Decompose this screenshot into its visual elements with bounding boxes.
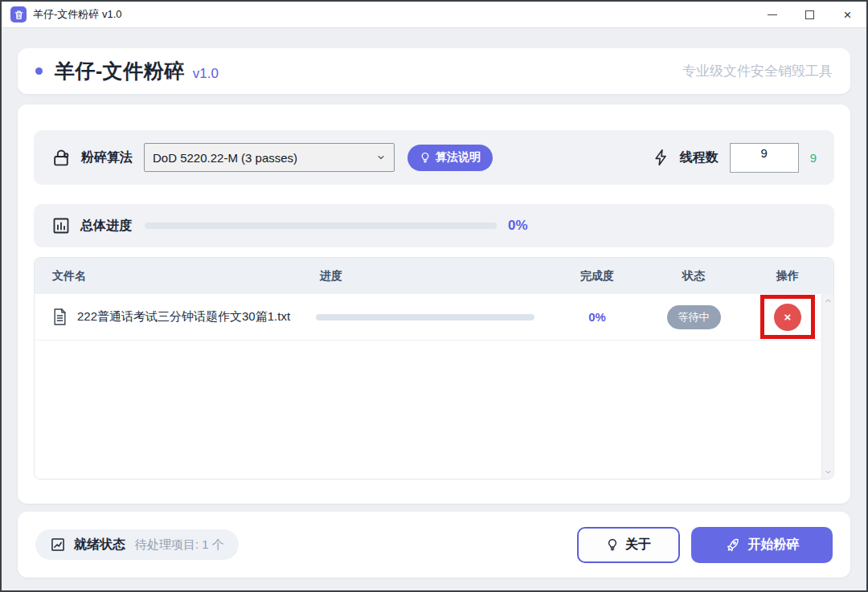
main-card: 粉碎算法 DoD 5220.22-M (3 passes) 算法说明 线程数 <box>18 104 850 504</box>
threads-value: 9 <box>760 146 767 160</box>
scroll-down-icon[interactable] <box>825 468 832 476</box>
trend-chart-icon <box>50 537 66 553</box>
overall-progress-percent: 0% <box>508 218 528 234</box>
start-shred-button[interactable]: 开始粉碎 <box>691 527 833 563</box>
footer-card: 就绪状态 待处理项目: 1 个 关于 开始粉碎 <box>18 512 850 578</box>
algorithm-label: 粉碎算法 <box>81 149 133 166</box>
chevron-down-icon <box>376 153 386 162</box>
window-title: 羊仔-文件粉碎 v1.0 <box>33 7 122 22</box>
app-window: 羊仔-文件粉碎 v1.0 × 羊仔-文件粉碎 v1.0 专业级文件安全销毁工具 … <box>0 0 868 592</box>
column-header-action: 操作 <box>742 269 833 284</box>
threads-input[interactable]: 9 <box>730 143 799 173</box>
about-button[interactable]: 关于 <box>577 527 680 563</box>
bulb-icon <box>606 538 619 551</box>
settings-row: 粉碎算法 DoD 5220.22-M (3 passes) 算法说明 线程数 <box>34 130 834 185</box>
close-icon: × <box>844 8 852 22</box>
maximize-button[interactable] <box>791 2 829 27</box>
table-header-row: 文件名 进度 完成度 状态 操作 <box>35 258 833 294</box>
titlebar: 羊仔-文件粉碎 v1.0 × <box>2 2 866 28</box>
file-action-cell: × <box>742 295 833 339</box>
app-logo-trash-icon <box>10 6 27 22</box>
status-badge: 等待中 <box>667 305 721 329</box>
column-header-completion: 完成度 <box>549 269 645 284</box>
file-status-cell: 等待中 <box>645 305 742 329</box>
bulb-icon <box>420 152 431 163</box>
about-label: 关于 <box>625 537 651 553</box>
algorithm-select[interactable]: DoD 5220.22-M (3 passes) <box>144 143 395 172</box>
overall-progress-bar <box>145 223 497 229</box>
column-header-status: 状态 <box>645 269 742 284</box>
file-completion: 0% <box>549 310 645 324</box>
table-scrollbar[interactable] <box>821 294 833 479</box>
red-highlight-annotation: × <box>760 295 815 339</box>
lock-icon <box>51 148 72 168</box>
app-version: v1.0 <box>193 66 219 82</box>
scroll-up-icon[interactable] <box>825 297 832 304</box>
close-button[interactable]: × <box>829 2 866 27</box>
header-dot-icon <box>35 67 43 75</box>
threads-label: 线程数 <box>680 149 719 166</box>
column-header-progress: 进度 <box>316 269 549 284</box>
minimize-icon <box>768 14 777 15</box>
footer-actions: 关于 开始粉碎 <box>577 527 833 563</box>
maximize-icon <box>805 10 814 19</box>
rocket-icon <box>725 537 740 553</box>
file-name: 222普通话考试三分钟话题作文30篇1.txt <box>77 309 290 325</box>
filename-cell: 222普通话考试三分钟话题作文30篇1.txt <box>35 308 316 326</box>
file-table: 文件名 进度 完成度 状态 操作 222普通话考试三分钟话题作文30篇1.txt <box>34 257 834 480</box>
remove-file-button[interactable]: × <box>774 304 801 331</box>
window-controls: × <box>753 2 866 27</box>
threads-applied-value: 9 <box>810 151 817 165</box>
file-progress-bar <box>316 314 534 320</box>
file-progress-cell <box>316 314 549 320</box>
threads-group: 线程数 9 9 <box>653 143 817 173</box>
algorithm-selected-value: DoD 5220.22-M (3 passes) <box>153 151 297 165</box>
table-row: 222普通话考试三分钟话题作文30篇1.txt 0% 等待中 × <box>35 294 833 341</box>
header-card: 羊仔-文件粉碎 v1.0 专业级文件安全销毁工具 <box>18 48 850 94</box>
minimize-button[interactable] <box>753 2 791 27</box>
app-tagline: 专业级文件安全销毁工具 <box>682 62 833 80</box>
status-pill: 就绪状态 待处理项目: 1 个 <box>35 529 239 560</box>
algorithm-help-button[interactable]: 算法说明 <box>407 145 493 171</box>
overall-progress-label: 总体进度 <box>80 218 132 235</box>
lightning-icon <box>653 149 670 166</box>
algorithm-help-label: 算法说明 <box>436 150 481 165</box>
app-title: 羊仔-文件粉碎 <box>55 58 185 84</box>
remove-x-icon: × <box>784 310 792 324</box>
bar-chart-icon <box>51 216 71 235</box>
overall-progress-row: 总体进度 0% <box>34 204 834 247</box>
document-icon <box>52 308 68 326</box>
pending-items-text: 待处理项目: 1 个 <box>135 537 224 553</box>
ready-status-label: 就绪状态 <box>74 537 125 553</box>
start-shred-label: 开始粉碎 <box>748 537 800 553</box>
column-header-filename: 文件名 <box>35 269 316 284</box>
